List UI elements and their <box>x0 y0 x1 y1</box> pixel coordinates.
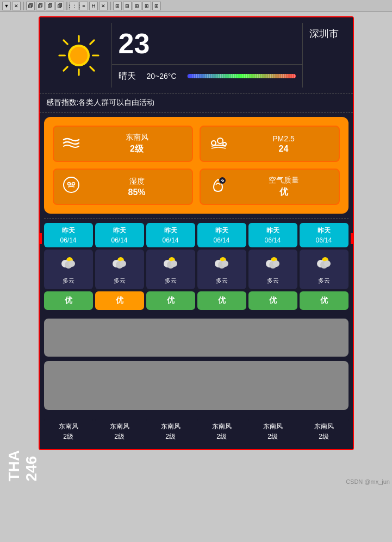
sun-icon <box>57 34 101 77</box>
wind-level-1: 2级 <box>97 432 142 441</box>
sun-icon-container <box>46 23 111 88</box>
toolbar-btn-5[interactable]: 🗐 <box>55 2 64 10</box>
svg-point-24 <box>120 260 126 267</box>
wind-level-0: 2级 <box>46 432 91 441</box>
wind-cell-5: 东南风 2级 <box>300 419 349 445</box>
svg-point-10 <box>211 141 216 145</box>
forecast-date-1: 昨天 06/14 <box>95 223 144 247</box>
toolbar-btn-10[interactable]: ⊞ <box>113 2 122 10</box>
right-marker <box>351 233 354 244</box>
pm25-icon <box>207 132 229 155</box>
toolbar-separator-3 <box>110 2 111 10</box>
toolbar: ▼ ✕ 🗐 🗐 🗐 🗐 ⋮⋮⋮ ≡ H ✕ ⊞ ⊞ ⊞ ⊞ ⊞ <box>0 0 392 12</box>
weather-emoji-0 <box>46 254 91 275</box>
wind-level-5: 2级 <box>302 432 346 441</box>
forecast-air-0: 优 <box>44 291 93 310</box>
forecast-air-2: 优 <box>146 291 195 310</box>
air-quality-value: 优 <box>235 186 332 198</box>
forecast-date-val-0: 06/14 <box>46 236 91 244</box>
toolbar-btn-4[interactable]: 🗐 <box>46 2 54 10</box>
wind-dir-3: 东南风 <box>200 422 244 431</box>
air-quality-stat-card: 空气质量 优 <box>200 169 340 205</box>
toolbar-btn-9[interactable]: ✕ <box>99 2 108 10</box>
wind-cell-1: 东南风 2级 <box>95 419 144 445</box>
toolbar-btn-1[interactable]: ▼ <box>2 2 11 10</box>
toolbar-btn-close[interactable]: ✕ <box>12 2 21 10</box>
wind-dir-5: 东南风 <box>302 422 346 431</box>
wind-grid: 东南风 2级 东南风 2级 东南风 2级 东南风 2级 东南风 2级 东南风 2… <box>44 419 349 445</box>
svg-point-36 <box>273 260 279 267</box>
svg-point-32 <box>222 260 228 267</box>
watermark: CSDN @mx_jun <box>346 478 390 485</box>
toolbar-btn-13[interactable]: ⊞ <box>142 2 151 10</box>
forecast-day-1: 昨天 <box>97 226 142 235</box>
pm25-value: 24 <box>235 144 332 154</box>
weather-header: 23 晴天 20~26°C 深圳市 <box>40 17 353 94</box>
svg-point-11 <box>217 138 223 144</box>
wind-dir-label: 东南风 <box>89 133 185 142</box>
forecast-date-val-2: 06/14 <box>148 236 193 244</box>
forecast-date-val-4: 06/14 <box>251 236 295 244</box>
air-quality-stat-text: 空气质量 优 <box>235 176 332 198</box>
wind-level-label: 2级 <box>89 144 185 155</box>
stats-section: 东南风 2级 PM2.5 24 <box>44 117 349 214</box>
forecast-day-2: 昨天 <box>148 226 193 235</box>
wind-dir-2: 东南风 <box>148 422 193 431</box>
forecast-date-5: 昨天 06/14 <box>300 223 349 247</box>
forecast-date-val-1: 06/14 <box>97 236 142 244</box>
forecast-weather-3: 多云 <box>197 250 246 289</box>
wind-cell-0: 东南风 2级 <box>44 419 93 445</box>
temperature-row: 23 <box>112 23 302 65</box>
forecast-date-val-5: 06/14 <box>302 236 346 244</box>
toolbar-btn-14[interactable]: ⊞ <box>152 2 161 10</box>
forecast-date-row: 昨天 06/14 昨天 06/14 昨天 06/14 昨天 06/14 昨天 0… <box>44 223 349 247</box>
forecast-weather-5: 多云 <box>300 250 349 289</box>
svg-point-20 <box>69 260 75 267</box>
toolbar-btn-8[interactable]: H <box>89 2 98 10</box>
phone-frame: 23 晴天 20~26°C 深圳市 感冒指数:各类人群可以自由活动 <box>39 16 354 450</box>
toolbar-btn-2[interactable]: 🗐 <box>26 2 35 10</box>
forecast-air-1: 优 <box>95 291 144 310</box>
humidity-icon <box>60 175 82 198</box>
weather-text-0: 多云 <box>46 277 91 285</box>
wind-icon <box>60 132 82 155</box>
weather-text-2: 多云 <box>148 277 193 285</box>
toolbar-btn-7[interactable]: ≡ <box>79 2 88 10</box>
wind-cell-3: 东南风 2级 <box>197 419 246 445</box>
wind-cell-2: 东南风 2级 <box>146 419 195 445</box>
toolbar-btn-11[interactable]: ⊞ <box>123 2 132 10</box>
wind-stat-card: 东南风 2级 <box>53 126 193 162</box>
weather-emoji-4 <box>251 254 295 275</box>
humidity-stat-card: 湿度 85% <box>53 169 193 205</box>
bottom-area: THA 246 CSDN @mx_jun <box>0 454 392 487</box>
weather-emoji-2 <box>148 254 193 275</box>
svg-point-28 <box>171 260 177 267</box>
weather-emoji-1 <box>97 254 142 275</box>
air-quality-label: 空气质量 <box>235 176 332 185</box>
svg-line-5 <box>90 66 94 70</box>
forecast-day-5: 昨天 <box>302 226 346 235</box>
weather-bar <box>188 74 296 78</box>
wind-level-2: 2级 <box>148 432 193 441</box>
humidity-value: 85% <box>89 188 185 197</box>
forecast-air-row: 优 优 优 优 优 优 <box>44 291 349 310</box>
forecast-day-3: 昨天 <box>200 226 244 235</box>
wind-stat-text: 东南风 2级 <box>89 133 185 155</box>
humidity-label: 湿度 <box>89 177 185 186</box>
toolbar-btn-3[interactable]: 🗐 <box>36 2 45 10</box>
wind-level-3: 2级 <box>200 432 244 441</box>
left-marker <box>39 233 42 244</box>
forecast-air-3: 优 <box>197 291 246 310</box>
forecast-weather-0: 多云 <box>44 250 93 289</box>
svg-point-16 <box>219 177 226 184</box>
wind-section: 东南风 2级 东南风 2级 东南风 2级 东南风 2级 东南风 2级 东南风 2… <box>40 414 353 449</box>
weather-text-1: 多云 <box>97 277 142 285</box>
weather-info-panel: 23 晴天 20~26°C <box>111 23 303 88</box>
gray-section-1 <box>44 319 349 357</box>
gray-section-2 <box>44 361 349 410</box>
toolbar-btn-12[interactable]: ⊞ <box>133 2 141 10</box>
svg-line-6 <box>90 40 94 44</box>
air-quality-icon <box>207 175 229 198</box>
weather-text-3: 多云 <box>200 277 244 285</box>
toolbar-btn-6[interactable]: ⋮⋮⋮ <box>70 2 78 10</box>
